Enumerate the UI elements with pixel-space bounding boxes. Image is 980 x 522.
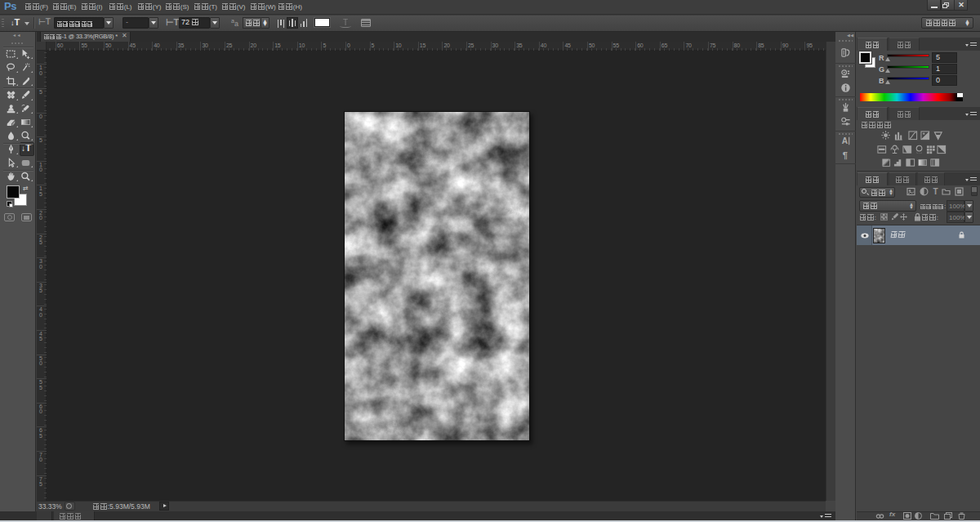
svg-text:A: A [842,136,849,145]
svg-text:¶: ¶ [843,149,848,159]
